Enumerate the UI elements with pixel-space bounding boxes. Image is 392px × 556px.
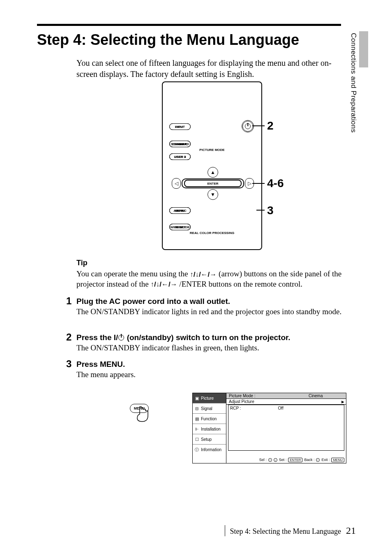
osd-rcp-value: Off xyxy=(278,406,284,410)
osd-foot-exit: Exit : xyxy=(321,458,330,462)
osd-tab-function: ▤Function xyxy=(193,414,226,424)
input-button: INPUT xyxy=(169,123,191,130)
step-2-title: Press the I/ (on/standby) switch to turn… xyxy=(76,333,291,342)
osd-body: RCP : Off xyxy=(228,405,344,451)
step-3-title: Press MENU. xyxy=(76,360,125,368)
osd-foot-sel: Sel : xyxy=(259,458,267,462)
picture-mode-caption: PICTURE MODE xyxy=(163,148,261,152)
arrow-glyphs-2: ↑/↓/←/→ xyxy=(150,280,177,289)
osd-sidebar: ▣Picture ⊟Signal ▤Function ⊩Installation… xyxy=(193,393,226,463)
reset-button: RESET xyxy=(169,224,191,230)
dpad-down: ▼ xyxy=(208,189,218,200)
signal-icon: ⊟ xyxy=(194,406,199,411)
page-title: Step 4: Selecting the Menu Language xyxy=(37,31,299,49)
remote-figure: LIGHT INPUT DYNAMIC STANDARD CINEMA PICT… xyxy=(162,81,262,250)
page-footer: Step 4: Selecting the Menu Language 21 xyxy=(225,525,356,536)
osd-adjust-picture-label: Adjust Picture xyxy=(229,399,254,404)
tip-post: /ENTER buttons on the remote control. xyxy=(179,280,302,288)
osd-tab-signal-label: Signal xyxy=(201,406,212,411)
cinema-button: CINEMA xyxy=(169,141,191,147)
arrow-glyphs: ↑/↓/←/→ xyxy=(190,270,217,279)
up-keycap-icon: ↑ xyxy=(268,458,272,462)
dpad-left: ◁ xyxy=(172,178,181,189)
function-icon: ▤ xyxy=(194,417,199,421)
osd-tab-signal: ⊟Signal xyxy=(193,403,226,414)
callout-line-2 xyxy=(252,125,265,126)
power-icon xyxy=(245,123,251,129)
step-1-number: 1 xyxy=(66,295,71,307)
osd-tab-information: ⓘInformation xyxy=(193,445,226,455)
enter-keycap: ENTER xyxy=(288,458,302,462)
chevron-down-icon: ▼ xyxy=(210,192,215,197)
triangle-right-icon: ▶ xyxy=(341,400,344,404)
osd-tab-function-label: Function xyxy=(201,417,217,421)
step-1: 1 Plug the AC power cord into a wall out… xyxy=(76,297,344,317)
step-1-body: The ON/STANDBY indicator lights in red a… xyxy=(76,307,344,317)
osd-tab-setup: ☐Setup xyxy=(193,434,226,445)
callout-2: 2 xyxy=(267,119,274,132)
step-2-body: The ON/STANDBY indicator flashes in gree… xyxy=(76,343,344,353)
tip-heading: Tip xyxy=(76,259,88,267)
section-label: Connections and Preparations xyxy=(349,33,357,133)
picture-icon: ▣ xyxy=(194,396,199,401)
top-rule xyxy=(37,24,341,26)
step-2-title-pre: Press the xyxy=(76,333,114,342)
tip-paragraph: You can operate the menu using the ↑/↓/←… xyxy=(76,269,344,289)
page-number: 21 xyxy=(346,525,356,536)
installation-icon: ⊩ xyxy=(194,427,199,431)
step-3: 3 Press MENU. The menu appears. xyxy=(76,360,344,380)
info-icon: ⓘ xyxy=(194,447,199,453)
dpad-up: ▲ xyxy=(208,167,218,178)
osd-tab-installation-label: Installation xyxy=(201,427,221,431)
press-menu-figure: MENU xyxy=(130,404,154,413)
dpad: ▲ ◁ ENTER ▷ ▼ xyxy=(172,164,254,202)
step-2-title-slash: / xyxy=(116,333,118,342)
step-3-number: 3 xyxy=(66,358,71,370)
step-2-title-post: (on/standby) switch to turn on the proje… xyxy=(125,333,290,342)
hand-icon xyxy=(136,406,151,422)
step-3-body: The menu appears. xyxy=(76,370,344,380)
chevron-right-icon: ▷ xyxy=(248,181,251,186)
osd-tab-installation: ⊩Installation xyxy=(193,424,226,434)
osd-tab-picture: ▣Picture xyxy=(193,393,226,403)
osd-picmode-label: Picture Mode : xyxy=(229,394,255,398)
step-1-title: Plug the AC power cord into a wall outle… xyxy=(76,297,230,306)
chevron-up-icon: ▲ xyxy=(210,169,215,175)
rcp-caption: REAL COLOR PROCESSING xyxy=(163,231,261,235)
power-icon-inline xyxy=(118,335,124,341)
step-2-number: 2 xyxy=(66,331,71,343)
intro-paragraph: You can select one of fifteen languages … xyxy=(76,58,344,80)
callout-line-3 xyxy=(256,210,265,211)
page-side-tab xyxy=(359,31,368,67)
osd-picmode-value: Cinema xyxy=(309,394,323,398)
menu-keycap: MENU xyxy=(331,458,344,462)
callout-line-46 xyxy=(252,183,265,184)
user3-button: USER 3 xyxy=(169,153,191,160)
osd-tab-picture-label: Picture xyxy=(201,396,214,401)
callout-3: 3 xyxy=(267,204,274,217)
callout-4-6: 4-6 xyxy=(267,177,284,190)
chevron-left-icon: ◁ xyxy=(175,181,178,186)
tip-pre: You can operate the menu using the xyxy=(76,269,190,278)
enter-button: ENTER xyxy=(184,180,242,187)
osd-adjust-picture: Adjust Picture ▶ xyxy=(226,399,346,405)
osd-footer: Sel :↑↓ Set :ENTER Back :← Exit :MENU xyxy=(226,456,346,463)
osd-tab-information-label: Information xyxy=(201,447,221,452)
step-2: 2 Press the I/ (on/standby) switch to tu… xyxy=(76,333,344,353)
power-button xyxy=(242,120,254,132)
footer-label: Step 4: Selecting the Menu Language xyxy=(230,527,341,536)
osd-foot-set: Set : xyxy=(279,458,287,462)
left-keycap-icon: ← xyxy=(316,458,320,462)
osd-menu: ▣Picture ⊟Signal ▤Function ⊩Installation… xyxy=(192,393,346,463)
menu-button: MENU xyxy=(169,207,191,214)
osd-foot-back: Back : xyxy=(304,458,314,462)
osd-rcp-label: RCP : xyxy=(230,406,241,410)
osd-tab-setup-label: Setup xyxy=(201,437,212,442)
down-keycap-icon: ↓ xyxy=(274,458,277,462)
osd-header-row: Picture Mode : Cinema xyxy=(226,393,346,399)
setup-icon: ☐ xyxy=(194,437,199,442)
osd-rcp-row: RCP : Off xyxy=(228,405,344,411)
